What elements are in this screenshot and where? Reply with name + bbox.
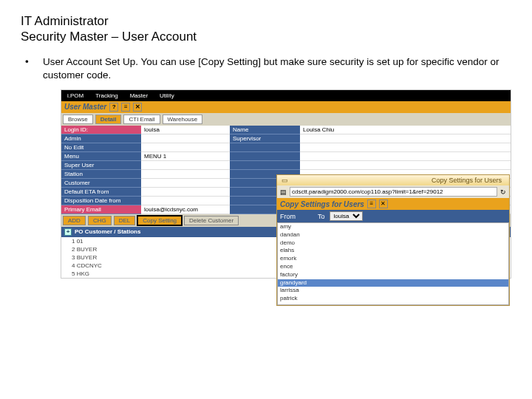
nav-ipom[interactable]: i.POM	[61, 90, 89, 101]
chg-button[interactable]: CHG	[88, 216, 112, 225]
bullet-item: • User Account Set Up. You can use [Copy…	[21, 55, 511, 82]
form-label: Super User	[61, 161, 141, 170]
form-value[interactable]	[141, 143, 230, 152]
list-item[interactable]: patrick	[278, 295, 508, 303]
del-button[interactable]: DEL	[114, 216, 136, 225]
menu-icon[interactable]: ≡	[121, 103, 130, 112]
form-value[interactable]	[141, 188, 230, 197]
popup-titlebar: ▭ Copy Settings for Users	[277, 175, 509, 185]
list-item[interactable]: factory	[278, 271, 508, 279]
from-to-bar: From To louisa	[277, 210, 509, 222]
form-label	[230, 152, 300, 161]
form-value[interactable]	[141, 170, 230, 179]
list-item[interactable]: elahs	[278, 247, 508, 255]
tab-warehouse[interactable]: Warehouse	[163, 115, 203, 124]
window-icon: ▭	[282, 177, 288, 184]
list-item[interactable]: dandan	[278, 231, 508, 239]
form-label	[230, 143, 300, 152]
copy-setting-button[interactable]: Copy Setting	[137, 216, 182, 225]
form-label: Station	[61, 170, 141, 179]
list-item[interactable]: demo	[278, 239, 508, 248]
add-button[interactable]: ADD	[63, 216, 86, 225]
expand-icon[interactable]: +	[64, 228, 72, 236]
form-value[interactable]	[141, 161, 230, 170]
form-label: Default ETA from	[61, 188, 141, 197]
form-value[interactable]: MENU 1	[141, 152, 230, 161]
list-item[interactable]: ence	[278, 263, 508, 271]
form-value[interactable]: louisa@icdsnyc.com	[141, 205, 230, 214]
page-icon: ▤	[280, 188, 287, 196]
to-label: To	[318, 213, 325, 220]
tab-browse[interactable]: Browse	[63, 115, 93, 124]
refresh-icon[interactable]: ↻	[500, 188, 506, 196]
form-label: No Edit	[61, 143, 141, 152]
nav-utility[interactable]: Utility	[154, 90, 180, 101]
popup-menu-icon[interactable]: ≡	[367, 200, 376, 208]
form-value[interactable]	[300, 134, 511, 143]
slide-title: IT Administrator Security Master – User …	[21, 13, 511, 45]
form-label: Menu	[61, 152, 141, 161]
form-label: Supervisor	[230, 134, 300, 143]
form-label: Login ID:	[61, 126, 141, 134]
form-label: Name	[230, 126, 300, 134]
bullet-text: User Account Set Up. You can use [Copy S…	[43, 55, 511, 82]
url-field[interactable]	[290, 187, 497, 197]
form-label: Disposition Date from	[61, 197, 141, 205]
copy-settings-popup: ▭ Copy Settings for Users ▤ ↻ Copy Setti…	[276, 174, 510, 306]
form-value[interactable]	[141, 197, 230, 205]
section-title: PO Customer / Stations	[75, 228, 140, 235]
popup-panel-title: Copy Settings for Users	[280, 200, 364, 208]
list-item[interactable]: grandyard	[278, 279, 508, 287]
nav-master[interactable]: Master	[124, 90, 154, 101]
bullet-dot: •	[25, 55, 43, 82]
form-value[interactable]: Louisa Chiu	[300, 126, 511, 134]
from-listbox[interactable]: amydandandemoelahsemorkencefactorygrandy…	[277, 222, 509, 305]
tab-cti-email[interactable]: CTI Email	[123, 115, 160, 124]
form-value[interactable]	[300, 152, 511, 161]
from-label: From	[280, 213, 296, 220]
form-label: Admin	[61, 134, 141, 143]
help-icon[interactable]: ?	[109, 103, 118, 112]
list-item[interactable]: larrissa	[278, 287, 508, 295]
popup-close-icon[interactable]: ✕	[379, 200, 388, 208]
form-label: Customer	[61, 179, 141, 188]
panel-title: User Master	[64, 103, 106, 111]
form-value[interactable]	[300, 143, 511, 152]
form-label	[230, 161, 300, 170]
tab-bar: Browse Detail CTI Email Warehouse	[61, 113, 511, 126]
list-item[interactable]: emork	[278, 255, 508, 263]
popup-panel-header: Copy Settings for Users ≡ ✕	[277, 198, 509, 210]
form-label: Primary Email	[61, 205, 141, 214]
form-value[interactable]	[141, 134, 230, 143]
top-nav: i.POM Tracking Master Utility	[61, 90, 511, 101]
list-item[interactable]: amy	[278, 223, 508, 231]
popup-url-bar: ▤ ↻	[277, 185, 509, 198]
nav-tracking[interactable]: Tracking	[89, 90, 123, 101]
list-item[interactable]: sh pper	[278, 303, 508, 305]
delete-customer-button[interactable]: Delete Customer	[184, 216, 239, 225]
tab-detail[interactable]: Detail	[95, 115, 122, 124]
close-icon[interactable]: ✕	[133, 103, 142, 112]
form-value[interactable]	[141, 179, 230, 188]
to-select[interactable]: louisa	[330, 211, 363, 221]
form-value[interactable]	[300, 161, 511, 170]
panel-header: User Master ? ≡ ✕	[61, 101, 511, 113]
popup-window-title: Copy Settings for Users	[288, 177, 505, 184]
form-value[interactable]: louisa	[141, 126, 230, 134]
